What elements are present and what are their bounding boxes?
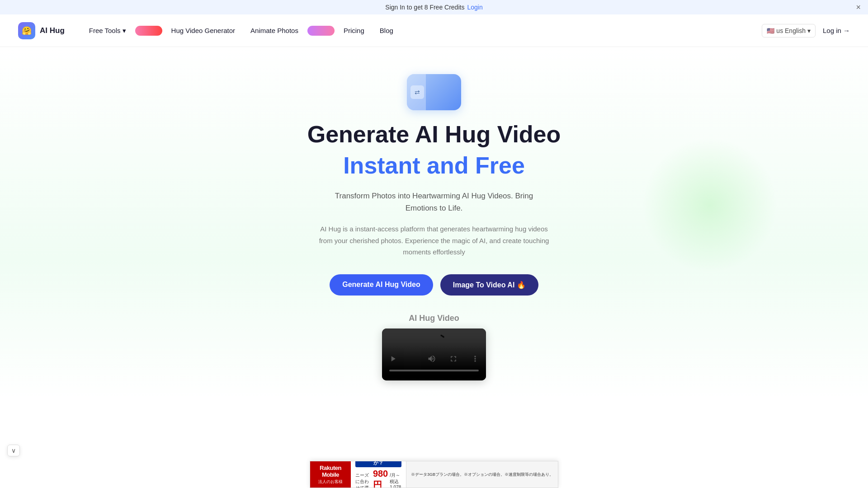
nav-blog[interactable]: Blog xyxy=(373,23,400,38)
image-to-video-button[interactable]: Image To Video AI 🔥 xyxy=(440,274,538,296)
hero-logo: ⇄ xyxy=(407,74,461,110)
nav-animate-photos-badge xyxy=(307,26,335,36)
hero-title: Generate AI Hug Video xyxy=(307,121,561,148)
login-button[interactable]: Log in → xyxy=(823,27,850,34)
language-selector[interactable]: 🇺🇸 us English ▾ xyxy=(762,24,816,38)
nav-free-tools-badge xyxy=(135,26,162,36)
banner-text: Sign In to get 8 Free Credits xyxy=(385,4,464,11)
nav-animate-photos[interactable]: Animate Photos xyxy=(244,23,305,38)
chevron-down-icon: ▾ xyxy=(123,27,126,35)
banner-close-button[interactable]: × xyxy=(856,3,861,12)
logo-text: AI Hug xyxy=(40,26,65,35)
bg-glow xyxy=(642,137,778,273)
video-label: AI Hug Video xyxy=(409,314,459,323)
logo-link[interactable]: 🤗 AI Hug xyxy=(18,22,65,39)
banner-login-link[interactable]: Login xyxy=(467,4,482,11)
nav-free-tools[interactable]: Free Tools ▾ xyxy=(83,23,132,38)
header-right: 🇺🇸 us English ▾ Log in → xyxy=(762,24,850,38)
hero-sub-description: AI Hug is a instant-access platform that… xyxy=(316,223,552,258)
top-banner: Sign In to get 8 Free Credits Login × xyxy=(0,0,868,14)
flag-icon: 🇺🇸 xyxy=(767,27,774,34)
cta-buttons: Generate AI Hug Video Image To Video AI … xyxy=(330,274,538,296)
generate-hug-video-button[interactable]: Generate AI Hug Video xyxy=(330,274,433,296)
hero-section: ⇄ Generate AI Hug Video Instant and Free… xyxy=(0,47,868,399)
chevron-down-icon: ▾ xyxy=(807,27,811,34)
hero-logo-box: ⇄ xyxy=(407,74,461,110)
video-player[interactable] xyxy=(382,328,486,380)
hero-video[interactable] xyxy=(382,328,486,380)
logo-icon: 🤗 xyxy=(18,22,35,39)
hero-logo-inner-icon: ⇄ xyxy=(410,85,424,99)
main-nav: Free Tools ▾ Hug Video Generator Animate… xyxy=(83,23,762,38)
nav-pricing[interactable]: Pricing xyxy=(337,23,371,38)
nav-hug-video-generator[interactable]: Hug Video Generator xyxy=(165,23,241,38)
hero-subtitle: Instant and Free xyxy=(343,152,525,179)
hero-description: Transform Photos into Heartwarming AI Hu… xyxy=(321,190,547,214)
header: 🤗 AI Hug Free Tools ▾ Hug Video Generato… xyxy=(0,14,868,47)
